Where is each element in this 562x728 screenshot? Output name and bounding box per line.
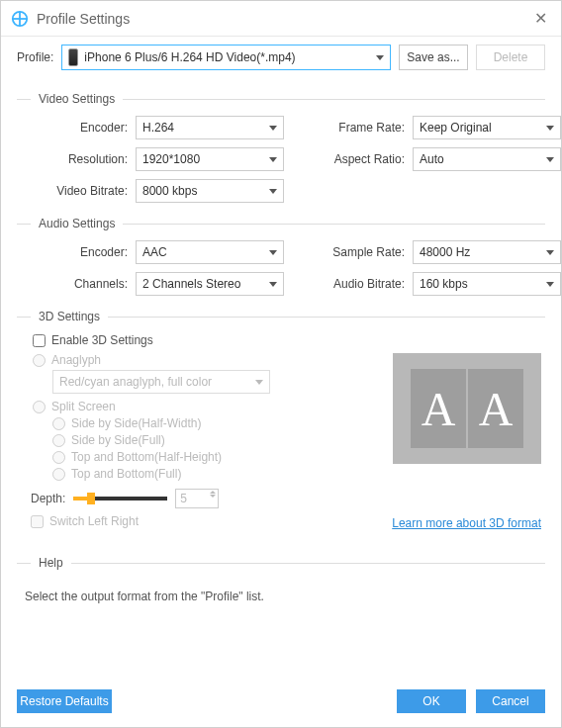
video-settings-heading: Video Settings bbox=[17, 92, 545, 106]
anaglyph-mode-select: Red/cyan anaglyph, full color bbox=[52, 370, 270, 394]
chevron-down-icon bbox=[255, 380, 263, 385]
channels-select[interactable]: 2 Channels Stereo bbox=[136, 272, 284, 296]
framerate-label: Frame Rate: bbox=[324, 121, 413, 135]
enable-3d-input[interactable] bbox=[33, 334, 46, 347]
device-icon bbox=[68, 48, 78, 66]
help-text: Select the output format from the "Profi… bbox=[17, 580, 545, 613]
resolution-label: Resolution: bbox=[27, 152, 136, 166]
video-bitrate-label: Video Bitrate: bbox=[27, 184, 136, 198]
video-bitrate-select[interactable]: 8000 kbps bbox=[136, 179, 284, 203]
depth-stepper: 5 bbox=[175, 489, 219, 508]
chevron-down-icon bbox=[546, 126, 554, 131]
restore-defaults-button[interactable]: Restore Defaults bbox=[17, 689, 112, 713]
video-encoder-select[interactable]: H.264 bbox=[136, 116, 284, 139]
enable-3d-checkbox[interactable]: Enable 3D Settings bbox=[33, 333, 545, 347]
audio-grid: Encoder: AAC Sample Rate: 48000 Hz Chann… bbox=[17, 240, 545, 296]
depth-row: Depth: 5 bbox=[31, 489, 545, 508]
svg-rect-2 bbox=[13, 18, 27, 20]
window-title: Profile Settings bbox=[37, 11, 530, 27]
chevron-down-icon bbox=[546, 157, 554, 162]
close-icon[interactable]: ✕ bbox=[530, 9, 551, 28]
chevron-down-icon bbox=[376, 55, 384, 60]
audio-settings-heading: Audio Settings bbox=[17, 217, 545, 230]
chevron-down-icon bbox=[269, 282, 277, 287]
video-encoder-label: Encoder: bbox=[27, 121, 136, 135]
3d-preview: A A bbox=[393, 353, 541, 464]
samplerate-label: Sample Rate: bbox=[324, 245, 413, 259]
chevron-down-icon bbox=[546, 250, 554, 255]
audio-bitrate-select[interactable]: 160 kbps bbox=[413, 272, 561, 296]
resolution-select[interactable]: 1920*1080 bbox=[136, 147, 284, 171]
dialog-body: Video Settings Encoder: H.264 Frame Rate… bbox=[1, 86, 561, 680]
learn-more-link[interactable]: Learn more about 3D format bbox=[392, 516, 541, 530]
help-heading: Help bbox=[17, 556, 545, 570]
audio-encoder-select[interactable]: AAC bbox=[136, 240, 284, 264]
chevron-up-icon bbox=[210, 491, 216, 494]
aspect-label: Aspect Ratio: bbox=[324, 152, 413, 166]
chevron-down-icon bbox=[210, 495, 216, 498]
3d-settings-body: Enable 3D Settings Anaglyph Red/cyan ana… bbox=[17, 333, 545, 528]
preview-right: A bbox=[468, 369, 523, 448]
chevron-down-icon bbox=[269, 250, 277, 255]
titlebar: Profile Settings ✕ bbox=[1, 1, 561, 37]
app-logo-icon bbox=[11, 10, 29, 28]
tb-full-radio: Top and Bottom(Full) bbox=[52, 467, 545, 481]
slider-thumb-icon[interactable] bbox=[87, 493, 95, 504]
preview-left: A bbox=[411, 369, 466, 448]
depth-label: Depth: bbox=[31, 492, 65, 505]
chevron-down-icon bbox=[269, 157, 277, 162]
samplerate-select[interactable]: 48000 Hz bbox=[413, 240, 561, 264]
delete-button: Delete bbox=[476, 45, 545, 70]
save-as-button[interactable]: Save as... bbox=[399, 45, 468, 70]
framerate-select[interactable]: Keep Original bbox=[413, 116, 561, 139]
cancel-button[interactable]: Cancel bbox=[476, 689, 545, 713]
depth-slider[interactable] bbox=[73, 497, 167, 500]
chevron-down-icon bbox=[269, 126, 277, 131]
video-grid: Encoder: H.264 Frame Rate: Keep Original… bbox=[17, 116, 545, 203]
audio-bitrate-label: Audio Bitrate: bbox=[324, 277, 413, 291]
profile-select[interactable]: iPhone 6 Plus/6 H.264 HD Video(*.mp4) bbox=[61, 45, 391, 70]
3d-settings-heading: 3D Settings bbox=[17, 310, 545, 323]
profile-label: Profile: bbox=[17, 50, 53, 64]
profile-settings-dialog: Profile Settings ✕ Profile: iPhone 6 Plu… bbox=[0, 0, 562, 728]
channels-label: Channels: bbox=[27, 277, 136, 291]
aspect-select[interactable]: Auto bbox=[413, 147, 561, 171]
footer: Restore Defaults OK Cancel bbox=[1, 680, 561, 727]
chevron-down-icon bbox=[546, 282, 554, 287]
audio-encoder-label: Encoder: bbox=[27, 245, 136, 259]
profile-row: Profile: iPhone 6 Plus/6 H.264 HD Video(… bbox=[1, 37, 561, 86]
profile-select-text: iPhone 6 Plus/6 H.264 HD Video(*.mp4) bbox=[84, 50, 376, 64]
ok-button[interactable]: OK bbox=[397, 689, 466, 713]
chevron-down-icon bbox=[269, 189, 277, 194]
